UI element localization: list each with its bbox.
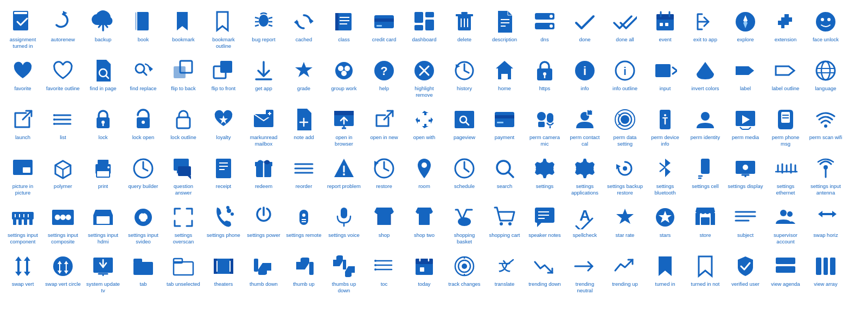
icon-item-invert-colors[interactable]: invert colors <box>685 54 725 103</box>
icon-item-settings-phone[interactable]: settings phone <box>203 201 244 250</box>
icon-item-label[interactable]: label <box>725 54 765 103</box>
icon-item-perm-media[interactable]: perm media <box>725 103 765 152</box>
icon-item-description[interactable]: description <box>484 5 525 54</box>
icon-item-star-rate[interactable]: star rate <box>605 201 645 250</box>
icon-item-label-outline[interactable]: label outline <box>765 54 806 103</box>
icon-item-info-outline[interactable]: iinfo outline <box>605 54 645 103</box>
icon-item-explore[interactable]: explore <box>725 5 765 54</box>
icon-item-settings-cell[interactable]: settings cell <box>685 152 725 201</box>
icon-item-spellcheck[interactable]: Aspellcheck <box>565 201 605 250</box>
icon-item-perm-phone-msg[interactable]: perm phone msg <box>765 103 806 152</box>
icon-item-bug-report[interactable]: bug report <box>244 5 284 54</box>
icon-item-translate[interactable]: 文translate <box>484 250 525 299</box>
icon-item-credit-card[interactable]: credit card <box>364 5 404 54</box>
icon-item-note-add[interactable]: note add <box>284 103 324 152</box>
icon-item-perm-device-info[interactable]: perm device info <box>645 103 685 152</box>
icon-item-https[interactable]: https <box>525 54 565 103</box>
icon-item-shop-two[interactable]: shop two <box>404 201 444 250</box>
icon-item-dashboard[interactable]: dashboard <box>404 5 444 54</box>
icon-item-toc[interactable]: toc <box>364 250 404 299</box>
icon-item-settings-backup-restore[interactable]: settings backup restore <box>605 152 645 201</box>
icon-item-cached[interactable]: cached <box>284 5 324 54</box>
icon-item-trending-neutral[interactable]: trending neutral <box>565 250 605 299</box>
icon-item-payment[interactable]: payment <box>484 103 525 152</box>
icon-item-favorite[interactable]: favorite <box>3 54 43 103</box>
icon-item-bookmark[interactable]: bookmark <box>163 5 203 54</box>
icon-item-shop[interactable]: shop <box>364 201 404 250</box>
icon-item-perm-data-setting[interactable]: perm data setting <box>605 103 645 152</box>
icon-item-thumb-down[interactable]: thumb down <box>244 250 284 299</box>
icon-item-view-array[interactable]: view array <box>806 250 846 299</box>
icon-item-open-in-browser[interactable]: open in browser <box>324 103 364 152</box>
icon-item-settings-applications[interactable]: settings applications <box>565 152 605 201</box>
icon-item-info[interactable]: iinfo <box>565 54 605 103</box>
icon-item-open-in-new[interactable]: open in new <box>364 103 404 152</box>
icon-item-subject[interactable]: subject <box>725 201 765 250</box>
icon-item-supervisor-account[interactable]: supervisor account <box>765 201 806 250</box>
icon-item-flip-to-back[interactable]: flip to back <box>163 54 203 103</box>
icon-item-dns[interactable]: dns <box>525 5 565 54</box>
icon-item-picture-in-picture[interactable]: picture in picture <box>3 152 43 201</box>
icon-item-settings-remote[interactable]: settings remote <box>284 201 324 250</box>
icon-item-pageview[interactable]: pageview <box>444 103 484 152</box>
icon-item-store[interactable]: store <box>685 201 725 250</box>
icon-item-extension[interactable]: extension <box>765 5 806 54</box>
icon-item-reorder[interactable]: reorder <box>284 152 324 201</box>
icon-item-settings-input-svideo[interactable]: settings input svideo <box>123 201 163 250</box>
icon-item-thumb-up[interactable]: thumb up <box>284 250 324 299</box>
icon-item-flip-to-front[interactable]: flip to front <box>203 54 244 103</box>
icon-item-lock[interactable]: lock <box>83 103 123 152</box>
icon-item-settings-power[interactable]: settings power <box>244 201 284 250</box>
icon-item-lock-open[interactable]: lock open <box>123 103 163 152</box>
icon-item-settings-overscan[interactable]: settings overscan <box>163 201 203 250</box>
icon-item-verified-user[interactable]: verified user <box>725 250 765 299</box>
icon-item-perm-identity[interactable]: perm identity <box>685 103 725 152</box>
icon-item-search[interactable]: search <box>484 152 525 201</box>
icon-item-settings-input-antenna[interactable]: settings input antenna <box>806 152 846 201</box>
icon-item-tab-unselected[interactable]: tab unselected <box>163 250 203 299</box>
icon-item-receipt[interactable]: receipt <box>203 152 244 201</box>
icon-item-class[interactable]: class <box>324 5 364 54</box>
icon-item-settings-voice[interactable]: settings voice <box>324 201 364 250</box>
icon-item-grade[interactable]: grade <box>284 54 324 103</box>
icon-item-delete[interactable]: delete <box>444 5 484 54</box>
icon-item-bookmark-outline[interactable]: bookmark outline <box>203 5 244 54</box>
icon-item-launch[interactable]: launch <box>3 103 43 152</box>
icon-item-shopping-cart[interactable]: shopping cart <box>484 201 525 250</box>
icon-item-restore[interactable]: restore <box>364 152 404 201</box>
icon-item-settings-bluetooth[interactable]: settings bluetooth <box>645 152 685 201</box>
icon-item-settings-input-hdmi[interactable]: settings input hdmi <box>83 201 123 250</box>
icon-item-system-update-tv[interactable]: system update tv <box>83 250 123 299</box>
icon-item-highlight-remove[interactable]: highlight remove <box>404 54 444 103</box>
icon-item-track-changes[interactable]: track changes <box>444 250 484 299</box>
icon-item-input[interactable]: input <box>645 54 685 103</box>
icon-item-redeem[interactable]: redeem <box>244 152 284 201</box>
icon-item-done[interactable]: done <box>565 5 605 54</box>
icon-item-swap-vert-circle[interactable]: swap vert circle <box>43 250 83 299</box>
icon-item-thumbs-up-down[interactable]: thumbs up down <box>324 250 364 299</box>
icon-item-backup[interactable]: backup <box>83 5 123 54</box>
icon-item-home[interactable]: home <box>484 54 525 103</box>
icon-item-history[interactable]: history <box>444 54 484 103</box>
icon-item-settings-input-composite[interactable]: settings input composite <box>43 201 83 250</box>
icon-item-face-unlock[interactable]: face unlock <box>806 5 846 54</box>
icon-item-help[interactable]: ?help <box>364 54 404 103</box>
icon-item-trending-up[interactable]: trending up <box>605 250 645 299</box>
icon-item-autorenew[interactable]: autorenew <box>43 5 83 54</box>
icon-item-assignment-turned-in[interactable]: assignment turned in <box>3 5 43 54</box>
icon-item-perm-scan-wifi[interactable]: perm scan wifi <box>806 103 846 152</box>
icon-item-favorite-outline[interactable]: favorite outline <box>43 54 83 103</box>
icon-item-open-with[interactable]: open with <box>404 103 444 152</box>
icon-item-settings-ethernet[interactable]: settings ethernet <box>765 152 806 201</box>
icon-item-view-agenda[interactable]: view agenda <box>765 250 806 299</box>
icon-item-markunread-mailbox[interactable]: markunread mailbox <box>244 103 284 152</box>
icon-item-settings[interactable]: settings <box>525 152 565 201</box>
icon-item-query-builder[interactable]: query builder <box>123 152 163 201</box>
icon-item-schedule[interactable]: schedule <box>444 152 484 201</box>
icon-item-swap-vert[interactable]: swap vert <box>3 250 43 299</box>
icon-item-find-in-page[interactable]: find in page <box>83 54 123 103</box>
icon-item-shopping-basket[interactable]: shopping basket <box>444 201 484 250</box>
icon-item-settings-display[interactable]: settings display <box>725 152 765 201</box>
icon-item-today[interactable]: today <box>404 250 444 299</box>
icon-item-settings-input-component[interactable]: settings input component <box>3 201 43 250</box>
